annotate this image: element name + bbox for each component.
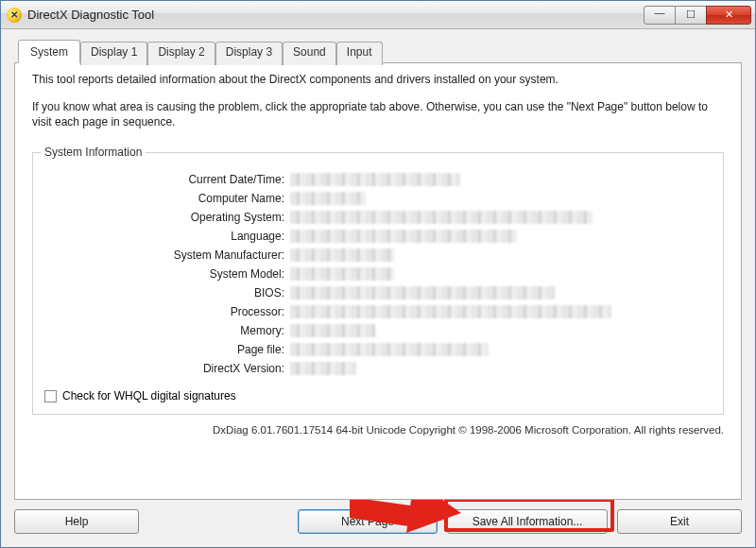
label-directx-version: DirectX Version: [44, 362, 290, 375]
label-system-manufacturer: System Manufacturer: [44, 248, 290, 262]
value-bios [290, 286, 712, 300]
row-system-manufacturer: System Manufacturer: [44, 246, 712, 265]
row-processor: Processor: [44, 302, 712, 321]
intro-text-1: This tool reports detailed information a… [32, 73, 724, 86]
value-processor [290, 305, 712, 318]
dialog-button-row: Help Next Page Save All Information... E… [14, 509, 742, 534]
tab-display-1[interactable]: Display 1 [80, 42, 147, 65]
tab-system[interactable]: System [18, 40, 80, 63]
system-information-group: System Information Current Date/Time: Co… [32, 152, 724, 415]
row-operating-system: Operating System: [44, 208, 712, 227]
row-system-model: System Model: [44, 265, 712, 283]
tab-panel-system: This tool reports detailed information a… [14, 62, 742, 500]
row-bios: BIOS: [44, 283, 712, 302]
maximize-button[interactable]: ☐ [675, 6, 707, 25]
label-current-date-time: Current Date/Time: [44, 173, 290, 186]
intro-text-2: If you know what area is causing the pro… [32, 99, 724, 129]
copyright-text: DxDiag 6.01.7601.17514 64-bit Unicode Co… [32, 424, 724, 436]
row-directx-version: DirectX Version: [44, 359, 712, 378]
whql-checkbox-row: Check for WHQL digital signatures [44, 389, 712, 402]
title-bar[interactable]: DirectX Diagnostic Tool — ☐ ✕ [1, 1, 755, 29]
redacted-value [290, 173, 460, 186]
save-all-information-button[interactable]: Save All Information... [447, 509, 608, 534]
row-page-file: Page file: [44, 340, 712, 359]
tab-strip: System Display 1 Display 2 Display 3 Sou… [18, 40, 742, 63]
window-title: DirectX Diagnostic Tool [27, 8, 644, 22]
tab-input[interactable]: Input [336, 42, 383, 65]
row-language: Language: [44, 227, 712, 246]
redacted-value [290, 248, 394, 262]
redacted-value [290, 230, 517, 243]
label-bios: BIOS: [44, 286, 290, 300]
redacted-value [290, 267, 394, 281]
tab-display-3[interactable]: Display 3 [215, 42, 283, 65]
value-system-manufacturer [290, 248, 712, 262]
redacted-value [290, 343, 489, 356]
value-language [290, 230, 712, 243]
group-title: System Information [41, 146, 146, 159]
close-button[interactable]: ✕ [706, 6, 751, 25]
label-processor: Processor: [44, 305, 290, 318]
value-memory [290, 324, 712, 337]
whql-checkbox-label[interactable]: Check for WHQL digital signatures [62, 389, 236, 402]
label-computer-name: Computer Name: [44, 192, 290, 205]
exit-button[interactable]: Exit [617, 509, 742, 534]
label-memory: Memory: [44, 324, 290, 337]
redacted-value [290, 192, 366, 205]
whql-checkbox[interactable] [44, 390, 57, 402]
label-operating-system: Operating System: [44, 211, 290, 224]
row-computer-name: Computer Name: [44, 189, 712, 208]
label-language: Language: [44, 230, 290, 243]
help-button[interactable]: Help [14, 509, 139, 534]
value-current-date-time [290, 173, 712, 186]
redacted-value [290, 305, 611, 318]
value-directx-version [290, 362, 712, 375]
tab-sound[interactable]: Sound [283, 42, 336, 65]
next-page-button[interactable]: Next Page [298, 509, 438, 534]
minimize-button[interactable]: — [644, 6, 676, 25]
client-area: System Display 1 Display 2 Display 3 Sou… [1, 29, 755, 547]
label-system-model: System Model: [44, 267, 290, 281]
redacted-value [290, 211, 593, 224]
redacted-value [290, 362, 356, 375]
row-memory: Memory: [44, 321, 712, 340]
window-controls: — ☐ ✕ [644, 6, 751, 25]
redacted-value [290, 324, 375, 337]
value-computer-name [290, 192, 712, 205]
label-page-file: Page file: [44, 343, 290, 356]
app-icon [7, 8, 22, 23]
value-operating-system [290, 211, 712, 224]
tab-display-2[interactable]: Display 2 [147, 42, 215, 65]
redacted-value [290, 286, 555, 300]
window-frame: DirectX Diagnostic Tool — ☐ ✕ System Dis… [0, 0, 756, 548]
value-page-file [290, 343, 712, 356]
value-system-model [290, 267, 712, 281]
row-current-date-time: Current Date/Time: [44, 170, 712, 189]
